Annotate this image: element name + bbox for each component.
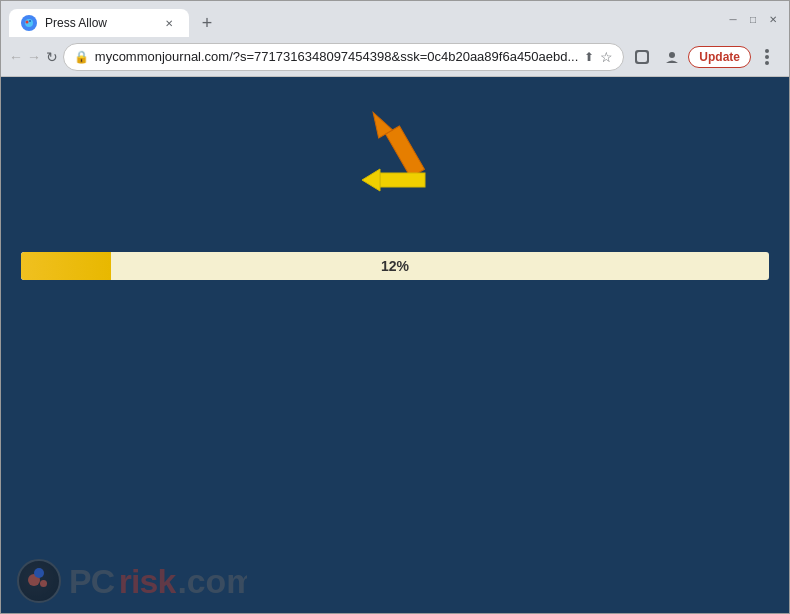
svg-marker-12 — [362, 169, 380, 191]
svg-point-1 — [26, 21, 29, 24]
progress-label: 12% — [381, 258, 409, 274]
tab-area: Press Allow ✕ + — [9, 1, 717, 37]
svg-text:risk: risk — [119, 562, 177, 600]
maximize-button[interactable]: □ — [745, 11, 761, 27]
svg-text:PC: PC — [69, 562, 115, 600]
svg-point-8 — [765, 61, 769, 65]
svg-rect-11 — [380, 173, 425, 187]
svg-text:.com: .com — [177, 562, 246, 600]
address-bar[interactable]: 🔒 mycommonjournal.com/?s=771731634809745… — [63, 43, 625, 71]
svg-point-5 — [669, 52, 675, 58]
menu-button[interactable] — [753, 43, 781, 71]
user-button[interactable] — [658, 43, 686, 71]
pcrisk-watermark: PC risk .com — [17, 559, 247, 603]
arrows-container — [325, 107, 465, 221]
toolbar-right: Update — [628, 43, 781, 71]
browser-window: Press Allow ✕ + ─ □ ✕ ← → ↻ 🔒 mycommonjo… — [0, 0, 790, 614]
active-tab[interactable]: Press Allow ✕ — [9, 9, 189, 37]
window-controls: ─ □ ✕ — [725, 11, 781, 27]
title-bar: Press Allow ✕ + ─ □ ✕ — [1, 1, 789, 37]
progress-bar-outer: 12% — [21, 252, 769, 280]
dot-blue — [34, 568, 44, 578]
progress-bar-fill — [21, 252, 111, 280]
back-button[interactable]: ← — [9, 43, 23, 71]
svg-point-6 — [765, 49, 769, 53]
svg-rect-4 — [637, 52, 647, 62]
pcrisk-logo — [17, 559, 61, 603]
update-button[interactable]: Update — [688, 46, 751, 68]
close-button[interactable]: ✕ — [765, 11, 781, 27]
pcrisk-text-logo: PC risk .com — [69, 561, 247, 601]
svg-rect-9 — [386, 126, 425, 177]
svg-point-7 — [765, 55, 769, 59]
page-content: 12% PC risk .com — [1, 77, 789, 613]
dot-small — [40, 580, 47, 587]
reload-button[interactable]: ↻ — [45, 43, 59, 71]
tab-close-button[interactable]: ✕ — [161, 15, 177, 31]
new-tab-button[interactable]: + — [193, 9, 221, 37]
share-icon: ⬆ — [584, 50, 594, 64]
minimize-button[interactable]: ─ — [725, 11, 741, 27]
tab-title: Press Allow — [45, 16, 153, 30]
svg-point-2 — [29, 20, 31, 22]
profile-icon-button[interactable] — [628, 43, 656, 71]
pcrisk-dots — [24, 566, 54, 596]
star-icon[interactable]: ☆ — [600, 49, 613, 65]
forward-button[interactable]: → — [27, 43, 41, 71]
toolbar: ← → ↻ 🔒 mycommonjournal.com/?s=771731634… — [1, 37, 789, 77]
url-text: mycommonjournal.com/?s=77173163480974543… — [95, 49, 579, 64]
progress-container: 12% — [21, 252, 769, 280]
lock-icon: 🔒 — [74, 50, 89, 64]
tab-favicon — [21, 15, 37, 31]
